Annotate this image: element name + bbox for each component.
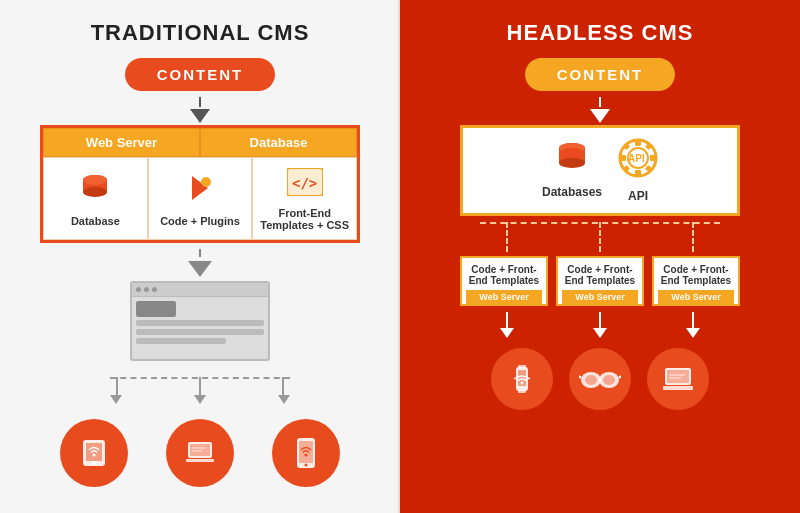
webserver-text-3: Code + Front-End Templates (658, 264, 734, 286)
plugin-icon (184, 172, 216, 211)
svg-point-2 (83, 187, 107, 197)
database-header: Database (200, 128, 357, 157)
traditional-cms-box: Web Server Database Database (40, 125, 360, 243)
api-icon: API (618, 138, 658, 185)
svg-point-51 (603, 375, 615, 385)
webserver-text-2: Code + Front-End Templates (562, 264, 638, 286)
api-label: API (628, 189, 648, 203)
svg-text:API: API (628, 153, 645, 164)
svg-line-48 (579, 376, 581, 378)
databases-label: Databases (542, 185, 602, 199)
webserver-box-3: Code + Front-End Templates Web Server (652, 256, 740, 306)
svg-point-21 (305, 454, 308, 457)
svg-text:</>: </> (292, 175, 317, 191)
headless-cms-box: Databases API (460, 125, 740, 216)
svg-rect-34 (620, 155, 626, 161)
svg-point-11 (92, 461, 96, 465)
database-cell: Database (43, 157, 148, 240)
databases-cell: Databases (542, 138, 602, 203)
traditional-cms-panel: TRADITIONAL CMS CONTENT Web Server Datab… (0, 0, 400, 513)
svg-line-49 (619, 376, 621, 378)
svg-point-5 (201, 177, 211, 187)
headless-arrows-down (460, 312, 740, 342)
device-laptop-2 (647, 348, 709, 410)
left-arrow-1 (190, 109, 210, 123)
device-ar-glasses (569, 348, 631, 410)
svg-rect-53 (667, 370, 689, 383)
svg-point-3 (83, 175, 107, 185)
databases-icon (554, 138, 590, 181)
device-row-headless (491, 348, 709, 410)
left-content-pill: CONTENT (125, 58, 276, 91)
webserver-box-2: Code + Front-End Templates Web Server (556, 256, 644, 306)
svg-rect-19 (299, 441, 313, 463)
svg-point-42 (521, 382, 524, 385)
right-content-pill: CONTENT (525, 58, 676, 91)
svg-rect-14 (190, 444, 210, 456)
api-cell: API API (618, 138, 658, 203)
device-tablet (60, 419, 128, 487)
trad-connector-lines (100, 365, 300, 415)
right-panel-title: HEADLESS CMS (507, 20, 694, 46)
right-arrow-1 (590, 109, 610, 123)
svg-rect-43 (518, 365, 526, 368)
device-row-traditional (60, 419, 340, 487)
webserver-label-2: Web Server (562, 290, 638, 304)
code-plugins-label: Code + Plugins (160, 215, 240, 227)
webserver-label-3: Web Server (658, 290, 734, 304)
code-icon: </> (287, 168, 323, 203)
svg-point-27 (559, 158, 585, 168)
database-label: Database (71, 215, 120, 227)
webserver-row: Code + Front-End Templates Web Server Co… (460, 256, 740, 306)
svg-rect-35 (650, 155, 656, 161)
frontend-label: Front-End Templates + CSS (257, 207, 352, 231)
database-icon (79, 172, 111, 211)
webserver-box-1: Code + Front-End Templates Web Server (460, 256, 548, 306)
svg-point-50 (585, 375, 597, 385)
webserver-label-1: Web Server (466, 290, 542, 304)
device-phone (272, 419, 340, 487)
svg-rect-10 (86, 443, 102, 461)
left-arrow-2 (188, 261, 212, 277)
svg-point-12 (93, 454, 96, 457)
frontend-cell: </> Front-End Templates + CSS (252, 157, 357, 240)
svg-rect-15 (186, 459, 214, 462)
webserver-header: Web Server (43, 128, 200, 157)
svg-rect-54 (663, 386, 693, 390)
device-smartwatch (491, 348, 553, 410)
device-laptop (166, 419, 234, 487)
headless-connector-lines (460, 222, 740, 252)
svg-point-28 (559, 148, 585, 158)
svg-rect-33 (635, 170, 641, 176)
browser-bar (132, 283, 268, 297)
browser-mockup (130, 281, 270, 361)
svg-rect-44 (518, 390, 526, 393)
code-plugins-cell: Code + Plugins (148, 157, 253, 240)
svg-rect-32 (635, 140, 641, 146)
left-panel-title: TRADITIONAL CMS (91, 20, 310, 46)
webserver-text-1: Code + Front-End Templates (466, 264, 542, 286)
headless-cms-panel: HEADLESS CMS CONTENT Databases (400, 0, 800, 513)
svg-point-20 (305, 464, 308, 467)
